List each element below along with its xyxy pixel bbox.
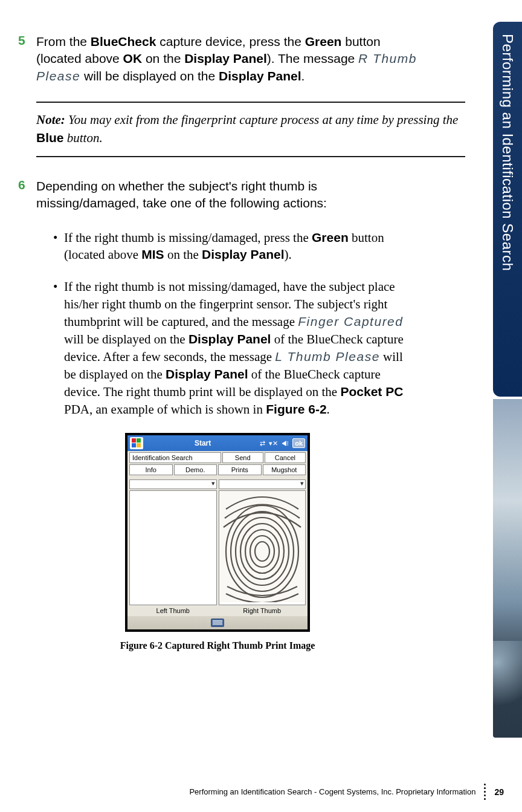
btn-info: Info [129, 464, 173, 475]
page-number: 29 [494, 787, 504, 797]
right-thumb-dropdown [219, 479, 306, 489]
pda-screenshot: Start ⇄ ▾✕ ◀፧ ok Identification Search S… [125, 433, 310, 632]
bullet: • [53, 278, 64, 418]
divider [36, 102, 465, 103]
svg-rect-1 [137, 438, 141, 443]
footer-dots-icon [484, 784, 486, 800]
divider [36, 156, 465, 157]
btn-demo: Demo. [174, 464, 218, 475]
side-tab-label: Performing an Identification Search [499, 34, 516, 271]
start-label: Start [146, 439, 260, 447]
figure-6-2: Start ⇄ ▾✕ ◀፧ ok Identification Search S… [18, 433, 417, 651]
page-footer: Performing an Identification Search - Co… [189, 784, 504, 800]
prints-area: Left Thumb [127, 477, 308, 616]
pda-toolbar: Identification Search Send Cancel Info D… [127, 451, 308, 477]
left-thumb-label: Left Thumb [129, 605, 217, 615]
titlebar-icons: ⇄ ▾✕ ◀፧ ok [260, 438, 305, 448]
step-5-body: From the BlueCheck capture device, press… [36, 33, 417, 85]
svg-rect-0 [132, 438, 136, 443]
right-thumb-label: Right Thumb [219, 605, 306, 615]
speaker-icon: ◀፧ [282, 440, 289, 447]
fingerprint-image [220, 491, 304, 605]
svg-rect-3 [137, 443, 141, 447]
right-thumb-column: Right Thumb [219, 479, 306, 615]
btn-mugshot: Mugshot [263, 464, 306, 475]
step-6-sublist: • If the right thumb is missing/damaged,… [53, 229, 417, 419]
figure-caption: Figure 6-2 Captured Right Thumb Print Im… [18, 640, 417, 651]
note-label: Note: [36, 112, 65, 127]
ok-button: ok [292, 438, 305, 448]
step-number: 6 [18, 178, 36, 212]
left-thumb-column: Left Thumb [129, 479, 217, 615]
signal-icon: ▾✕ [269, 440, 278, 447]
left-thumb-dropdown [129, 479, 217, 489]
start-flag-icon [130, 437, 143, 449]
btn-send: Send [222, 452, 263, 463]
side-tab: Performing an Identification Search [493, 22, 522, 397]
right-thumb-box [219, 490, 306, 605]
left-thumb-box [129, 490, 217, 605]
bullet: • [53, 229, 64, 264]
step-5: 5 From the BlueCheck capture device, pre… [18, 33, 417, 85]
note-block: Note: You may exit from the fingerprint … [36, 111, 459, 148]
step-6-body: Depending on whether the subject's right… [36, 178, 417, 212]
pda-bottom-bar [127, 616, 308, 629]
list-item: • If the right thumb is missing/damaged,… [53, 229, 417, 264]
btn-cancel: Cancel [265, 452, 306, 463]
main-content: 5 From the BlueCheck capture device, pre… [0, 0, 465, 651]
footer-text: Performing an Identification Search - Co… [189, 787, 475, 796]
btn-id-search: Identification Search [129, 452, 221, 463]
pda-titlebar: Start ⇄ ▾✕ ◀፧ ok [127, 435, 308, 451]
step-number: 5 [18, 33, 36, 85]
keyboard-icon [211, 619, 224, 627]
connectivity-icon: ⇄ [260, 440, 265, 447]
btn-prints: Prints [218, 464, 262, 475]
side-decorative-image [493, 399, 522, 738]
svg-rect-2 [132, 443, 136, 447]
step-6: 6 Depending on whether the subject's rig… [18, 178, 417, 212]
document-page: Performing an Identification Search 5 Fr… [0, 0, 522, 812]
list-item: • If the right thumb is not missing/dama… [53, 278, 417, 418]
